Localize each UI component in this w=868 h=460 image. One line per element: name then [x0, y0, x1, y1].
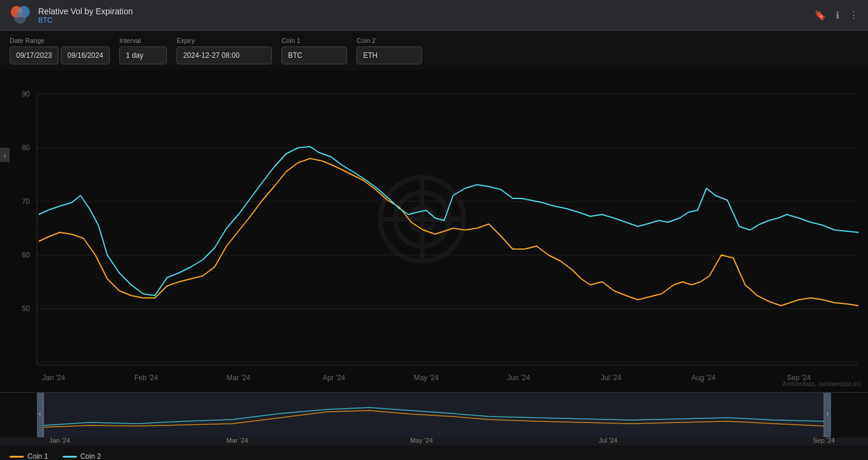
coin1-legend-color	[10, 456, 24, 458]
header-title: Relative Vol by Expiration BTC	[38, 7, 133, 24]
coin2-line	[39, 147, 858, 296]
svg-text:Apr '24: Apr '24	[323, 374, 345, 382]
interval-label: Interval	[119, 37, 167, 44]
coin2-legend-item: Coin 2	[63, 452, 101, 460]
logo-icon	[10, 5, 31, 26]
svg-text:Jun '24: Jun '24	[507, 374, 531, 382]
svg-text:70: 70	[22, 197, 30, 206]
expiry-input[interactable]: 2024-12-27 08:00	[176, 46, 272, 64]
svg-text:Aug '24: Aug '24	[692, 374, 716, 382]
coin1-group: Coin 1 BTC	[281, 37, 347, 64]
coin2-legend-label: Coin 2	[80, 452, 101, 460]
svg-text:Mar '24: Mar '24	[227, 374, 250, 382]
svg-text:Jul '24: Jul '24	[601, 374, 622, 382]
interval-group: Interval 1 day	[119, 37, 167, 64]
svg-text:May '24: May '24	[410, 437, 433, 444]
sidebar-toggle-button[interactable]: ›	[0, 148, 10, 162]
start-date-input[interactable]: 09/17/2023	[10, 46, 58, 64]
coin1-line	[39, 158, 858, 306]
date-range-label: Date Range	[10, 37, 110, 44]
header-left: Relative Vol by Expiration BTC	[10, 5, 133, 26]
date-range-group: Date Range 09/17/2023 09/16/2024	[10, 37, 110, 64]
chart-title: Relative Vol by Expiration	[38, 7, 133, 16]
attribution-text: Amberdata, (amberdata.io)	[783, 380, 861, 387]
coin2-label: Coin 2	[356, 37, 422, 44]
header-actions: 🔖 ℹ ⋮	[814, 10, 858, 21]
navigator: ‹ › Jan '24 Mar '24 May '24 Jul '24 Sep …	[0, 392, 868, 446]
expiry-group: Expiry 2024-12-27 08:00	[176, 37, 272, 64]
svg-text:80: 80	[22, 144, 30, 152]
svg-text:May '24: May '24	[414, 374, 439, 382]
legend-bar: Coin 1 Coin 2	[0, 446, 868, 460]
svg-text:Jan '24: Jan '24	[49, 437, 70, 444]
bookmark-icon[interactable]: 🔖	[814, 10, 826, 21]
chart-svg: 90 80 70 60 50 Jan '24 Feb '24 Mar '24 A…	[0, 70, 868, 392]
coin2-legend-color	[63, 456, 77, 458]
coin1-legend-label: Coin 1	[27, 452, 48, 460]
coin1-label: Coin 1	[281, 37, 347, 44]
svg-text:Jan '24: Jan '24	[42, 374, 66, 382]
svg-text:50: 50	[22, 304, 30, 313]
coin2-input[interactable]: ETH	[356, 46, 422, 64]
svg-text:‹: ‹	[39, 409, 42, 418]
interval-input[interactable]: 1 day	[119, 46, 167, 64]
coin2-group: Coin 2 ETH	[356, 37, 422, 64]
controls-bar: Date Range 09/17/2023 09/16/2024 Interva…	[0, 31, 868, 70]
info-icon[interactable]: ℹ	[836, 10, 839, 21]
main-chart: 90 80 70 60 50 Jan '24 Feb '24 Mar '24 A…	[0, 70, 868, 392]
svg-point-2	[14, 12, 26, 24]
svg-text:60: 60	[22, 251, 30, 259]
coin1-legend-item: Coin 1	[10, 452, 48, 460]
svg-text:›: ›	[826, 409, 829, 418]
coin1-input[interactable]: BTC	[281, 46, 347, 64]
svg-text:90: 90	[22, 90, 30, 98]
menu-icon[interactable]: ⋮	[849, 10, 858, 21]
svg-text:Jul '24: Jul '24	[599, 437, 617, 444]
svg-text:Mar '24: Mar '24	[227, 437, 248, 444]
end-date-input[interactable]: 09/16/2024	[61, 46, 110, 64]
svg-text:Sep '24: Sep '24	[813, 437, 835, 444]
svg-text:Feb '24: Feb '24	[134, 374, 158, 382]
navigator-svg: ‹ › Jan '24 Mar '24 May '24 Jul '24 Sep …	[0, 393, 868, 446]
chart-subtitle: BTC	[38, 16, 133, 24]
header: Relative Vol by Expiration BTC 🔖 ℹ ⋮	[0, 0, 868, 31]
expiry-label: Expiry	[176, 37, 272, 44]
svg-rect-30	[0, 393, 43, 437]
